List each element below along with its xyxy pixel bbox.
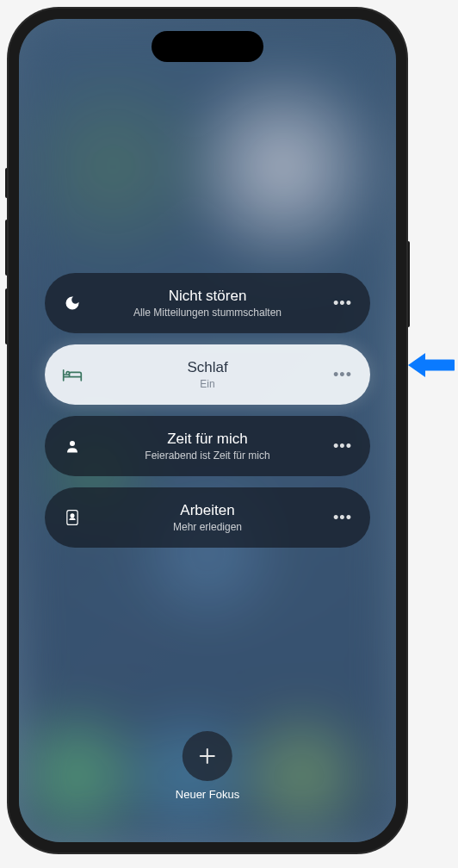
focus-text: Arbeiten Mehr erledigen bbox=[84, 502, 331, 533]
more-icon[interactable]: ••• bbox=[331, 291, 355, 315]
focus-text: Schlaf Ein bbox=[84, 359, 331, 390]
focus-item-personal[interactable]: Zeit für mich Feierabend ist Zeit für mi… bbox=[45, 416, 370, 476]
dynamic-island bbox=[152, 31, 263, 62]
focus-item-sleep[interactable]: Schlaf Ein ••• bbox=[45, 344, 370, 405]
new-focus-button[interactable] bbox=[183, 731, 232, 781]
more-icon[interactable]: ••• bbox=[331, 363, 355, 387]
focus-mode-list: Nicht stören Alle Mitteilungen stummscha… bbox=[45, 273, 370, 548]
focus-text: Nicht stören Alle Mitteilungen stummscha… bbox=[84, 288, 331, 319]
bed-icon bbox=[60, 363, 84, 387]
phone-frame: Nicht stören Alle Mitteilungen stummscha… bbox=[9, 9, 406, 852]
focus-title: Schlaf bbox=[187, 359, 227, 376]
callout-arrow bbox=[406, 350, 455, 381]
focus-item-work[interactable]: Arbeiten Mehr erledigen ••• bbox=[45, 487, 370, 548]
focus-text: Zeit für mich Feierabend ist Zeit für mi… bbox=[84, 431, 331, 462]
svg-point-0 bbox=[70, 441, 75, 446]
focus-title: Zeit für mich bbox=[167, 431, 248, 448]
person-icon bbox=[60, 434, 84, 458]
focus-subtitle: Mehr erledigen bbox=[173, 521, 242, 533]
plus-icon bbox=[197, 746, 218, 766]
more-icon[interactable]: ••• bbox=[331, 434, 355, 458]
new-focus-label: Neuer Fokus bbox=[176, 788, 239, 801]
more-icon[interactable]: ••• bbox=[331, 505, 355, 530]
focus-subtitle: Alle Mitteilungen stummschalten bbox=[133, 307, 282, 319]
phone-power-button bbox=[406, 241, 410, 327]
focus-title: Nicht stören bbox=[169, 288, 247, 305]
focus-item-do-not-disturb[interactable]: Nicht stören Alle Mitteilungen stummscha… bbox=[45, 273, 370, 333]
focus-subtitle: Feierabend ist Zeit für mich bbox=[145, 450, 269, 462]
svg-point-2 bbox=[71, 514, 74, 518]
new-focus-container: Neuer Fokus bbox=[176, 731, 239, 801]
badge-icon bbox=[60, 505, 84, 530]
focus-subtitle: Ein bbox=[200, 378, 214, 390]
focus-title: Arbeiten bbox=[180, 502, 234, 519]
phone-screen: Nicht stören Alle Mitteilungen stummscha… bbox=[19, 19, 396, 842]
moon-icon bbox=[60, 291, 84, 315]
